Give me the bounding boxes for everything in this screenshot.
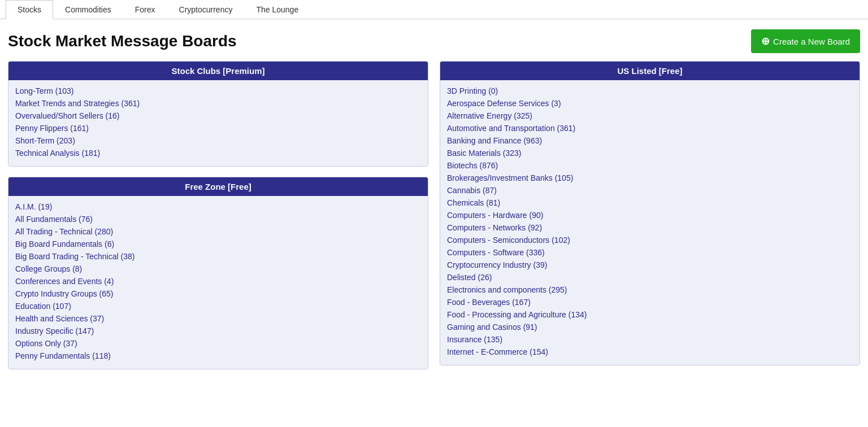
boards-container: Stock Clubs [Premium]Long-Term (103)Mark…: [0, 61, 868, 381]
board-link[interactable]: Health and Sciences (37): [15, 312, 421, 325]
board-link[interactable]: Crypto Industry Groups (65): [15, 287, 421, 300]
board-link[interactable]: Food - Beverages (167): [447, 296, 853, 308]
board-section: Free Zone [Free]A.I.M. (19)All Fundament…: [8, 177, 428, 369]
board-link[interactable]: 3D Printing (0): [447, 85, 853, 97]
board-link[interactable]: Aerospace Defense Services (3): [447, 97, 853, 110]
board-link[interactable]: Industry Specific (147): [15, 325, 421, 337]
board-link[interactable]: Computers - Software (336): [447, 246, 853, 259]
board-link[interactable]: All Fundamentals (76): [15, 213, 421, 225]
board-section-header: Stock Clubs [Premium]: [8, 62, 428, 80]
board-link[interactable]: College Groups (8): [15, 263, 421, 275]
board-section-body: A.I.M. (19)All Fundamentals (76)All Trad…: [8, 196, 428, 369]
board-link[interactable]: Electronics and components (295): [447, 284, 853, 296]
right-column: US Listed [Free]3D Printing (0)Aerospace…: [440, 61, 860, 369]
board-link[interactable]: Alternative Energy (325): [447, 110, 853, 122]
nav-tab-the-lounge[interactable]: The Lounge: [244, 0, 310, 19]
board-link[interactable]: Penny Fundamentals (118): [15, 350, 421, 362]
board-link[interactable]: Brokerages/Investment Banks (105): [447, 172, 853, 184]
create-board-button[interactable]: ⊕ Create a New Board: [751, 29, 860, 53]
board-link[interactable]: All Trading - Technical (280): [15, 225, 421, 238]
board-link[interactable]: Computers - Hardware (90): [447, 209, 853, 221]
board-link[interactable]: Internet - E-Commerce (154): [447, 346, 853, 358]
board-link[interactable]: Conferences and Events (4): [15, 275, 421, 287]
left-column: Stock Clubs [Premium]Long-Term (103)Mark…: [8, 61, 428, 369]
board-link[interactable]: Computers - Networks (92): [447, 221, 853, 234]
board-link[interactable]: Basic Materials (323): [447, 147, 853, 159]
board-link[interactable]: Long-Term (103): [15, 85, 421, 97]
board-section-body: 3D Printing (0)Aerospace Defense Service…: [440, 80, 860, 365]
board-section: Stock Clubs [Premium]Long-Term (103)Mark…: [8, 61, 428, 167]
board-link[interactable]: Computers - Semiconductors (102): [447, 234, 853, 246]
board-link[interactable]: Big Board Fundamentals (6): [15, 238, 421, 250]
board-section-header: Free Zone [Free]: [8, 177, 428, 196]
board-section-body: Long-Term (103)Market Trends and Strateg…: [8, 80, 428, 166]
nav-tabs: StocksCommoditiesForexCryptocurrencyThe …: [0, 0, 868, 19]
board-link[interactable]: Chemicals (81): [447, 197, 853, 209]
board-link[interactable]: Education (107): [15, 300, 421, 312]
nav-tab-cryptocurrency[interactable]: Cryptocurrency: [167, 0, 245, 19]
board-section-header: US Listed [Free]: [440, 62, 860, 80]
board-link[interactable]: Delisted (26): [447, 271, 853, 284]
nav-tab-commodities[interactable]: Commodities: [53, 0, 123, 19]
board-link[interactable]: A.I.M. (19): [15, 201, 421, 213]
board-link[interactable]: Gaming and Casinos (91): [447, 321, 853, 333]
page-header: Stock Market Message Boards ⊕ Create a N…: [0, 19, 868, 61]
board-link[interactable]: Insurance (135): [447, 333, 853, 346]
board-link[interactable]: Banking and Finance (963): [447, 134, 853, 147]
nav-tab-forex[interactable]: Forex: [123, 0, 167, 19]
board-link[interactable]: Biotechs (876): [447, 159, 853, 172]
plus-icon: ⊕: [761, 35, 770, 47]
board-link[interactable]: Cryptocurrency Industry (39): [447, 259, 853, 271]
board-link[interactable]: Cannabis (87): [447, 184, 853, 197]
create-button-label: Create a New Board: [773, 37, 850, 46]
board-link[interactable]: Options Only (37): [15, 337, 421, 350]
board-link[interactable]: Short-Term (203): [15, 134, 421, 147]
board-link[interactable]: Technical Analysis (181): [15, 147, 421, 159]
page-title: Stock Market Message Boards: [8, 32, 237, 50]
board-link[interactable]: Overvalued/Short Sellers (16): [15, 110, 421, 122]
board-link[interactable]: Market Trends and Strategies (361): [15, 97, 421, 110]
board-link[interactable]: Automotive and Transportation (361): [447, 122, 853, 134]
board-link[interactable]: Food - Processing and Agriculture (134): [447, 308, 853, 321]
board-section: US Listed [Free]3D Printing (0)Aerospace…: [440, 61, 860, 365]
nav-tab-stocks[interactable]: Stocks: [6, 0, 53, 19]
board-link[interactable]: Penny Flippers (161): [15, 122, 421, 134]
board-link[interactable]: Big Board Trading - Technical (38): [15, 250, 421, 263]
